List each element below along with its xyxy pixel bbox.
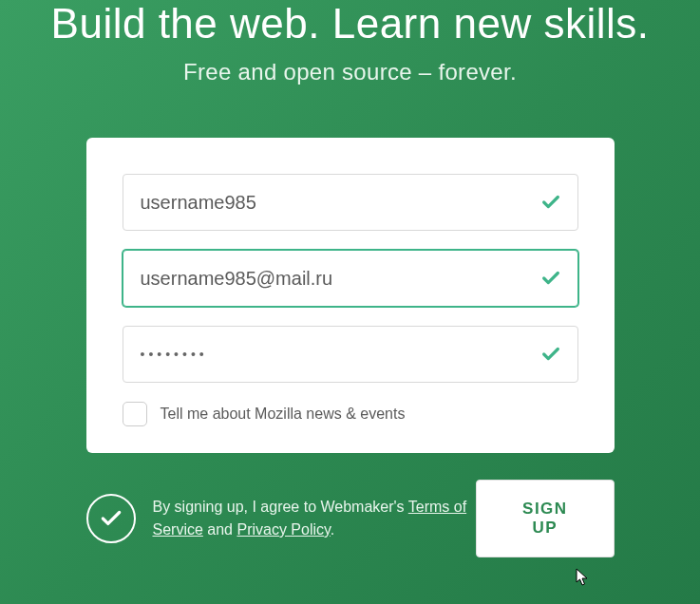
check-icon (540, 268, 561, 289)
check-icon (99, 506, 123, 531)
agree-suffix: . (331, 521, 334, 538)
email-field-wrapper (123, 250, 578, 307)
footer-row: By signing up, I agree to Webmaker's Ter… (86, 480, 615, 557)
agree-prefix: By signing up, I agree to Webmaker's (153, 499, 408, 515)
username-field-wrapper (123, 174, 578, 231)
agree-indicator (86, 494, 136, 543)
check-icon (540, 344, 561, 365)
cursor-icon (576, 568, 591, 587)
username-input[interactable] (123, 174, 578, 231)
privacy-link[interactable]: Privacy Policy (236, 521, 330, 538)
agree-text: By signing up, I agree to Webmaker's Ter… (153, 496, 477, 541)
signup-button[interactable]: SIGN UP (476, 480, 614, 557)
agree-middle: and (203, 521, 237, 538)
hero-subtitle: Free and open source – forever. (0, 59, 700, 85)
agree-section: By signing up, I agree to Webmaker's Ter… (86, 494, 477, 543)
email-input[interactable] (123, 250, 578, 307)
signup-form-card: Tell me about Mozilla news & events (86, 138, 615, 453)
password-field-wrapper (123, 326, 578, 383)
hero-title: Build the web. Learn new skills. (0, 0, 700, 47)
newsletter-label: Tell me about Mozilla news & events (161, 406, 406, 423)
password-input[interactable] (123, 326, 578, 383)
check-icon (540, 192, 561, 213)
newsletter-checkbox[interactable] (123, 402, 147, 426)
newsletter-row: Tell me about Mozilla news & events (123, 402, 578, 426)
